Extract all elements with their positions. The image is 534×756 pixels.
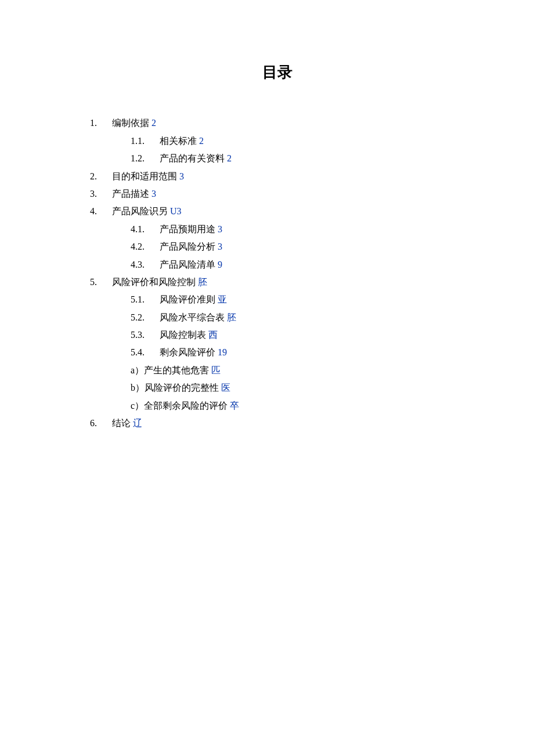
toc-page-link[interactable]: 亚 xyxy=(218,294,227,304)
toc-item-title: 产品预期用途3 xyxy=(160,221,222,238)
toc-level2-item: 4.1.产品预期用途3 xyxy=(90,221,464,238)
toc-item-title: 产品风险识另U3 xyxy=(112,203,182,220)
toc-title-text: 风险评价和风险控制 xyxy=(112,277,196,287)
toc-page-link[interactable]: 3 xyxy=(218,242,222,251)
toc-item-title: 产品风险分析3 xyxy=(160,238,222,255)
toc-item-title: 风险评价和风险控制胚 xyxy=(112,273,207,291)
toc-item-title: 结论辽 xyxy=(112,415,142,432)
toc-level2-item: 5.3.风险控制表西 xyxy=(90,326,464,344)
toc-item-title: 目的和适用范围3 xyxy=(112,168,184,185)
toc-title-text: 产品预期用途 xyxy=(160,224,215,234)
toc-item-title: 相关标准2 xyxy=(160,132,204,150)
toc-level2-item: 5.2.风险水平综合表胚 xyxy=(90,309,464,326)
toc-page-link[interactable]: 匹 xyxy=(211,365,221,375)
toc-title-text: 产品风险分析 xyxy=(160,242,215,251)
toc-page-link[interactable]: 2 xyxy=(199,136,204,146)
toc-title-text: 全部剩余风险的评价 xyxy=(144,401,228,411)
toc-item-number: 5.3. xyxy=(131,326,160,344)
toc-item-number: 5.2. xyxy=(131,309,160,326)
toc-level2-item: 5.1.风险评价准则亚 xyxy=(90,291,464,308)
toc-alpha-marker: b） xyxy=(131,383,145,393)
toc-page-link[interactable]: 2 xyxy=(227,153,232,163)
toc-item-number: 5. xyxy=(90,273,112,291)
toc-level2-item: 4.3.产品风险清单9 xyxy=(90,256,464,273)
toc-title: 目录 xyxy=(90,58,464,87)
toc-page-link[interactable]: 3 xyxy=(179,171,184,181)
toc-page-link[interactable]: 19 xyxy=(218,347,227,357)
toc-level1-item: 1.编制依据2 xyxy=(90,114,464,132)
toc-item-number: 3. xyxy=(90,185,112,203)
toc-page-link[interactable]: 西 xyxy=(208,330,218,340)
toc-title-text: 产生的其他危害 xyxy=(144,365,209,375)
toc-title-text: 结论 xyxy=(112,418,131,428)
toc-item-title: b）风险评价的完整性医 xyxy=(131,379,230,397)
toc-item-title: 风险水平综合表胚 xyxy=(160,309,236,326)
toc-level1-item: 4.产品风险识另U3 xyxy=(90,203,464,220)
toc-item-number: 5.1. xyxy=(131,291,160,308)
toc-item-title: 编制依据2 xyxy=(112,114,156,132)
toc-item-title: 产品的有关资料2 xyxy=(160,150,232,167)
toc-level1-item: 3.产品描述3 xyxy=(90,185,464,203)
toc-title-text: 风险评价准则 xyxy=(160,294,215,304)
toc-title-text: 风险评价的完整性 xyxy=(145,383,219,393)
toc-alpha-marker: a） xyxy=(131,365,144,375)
toc-item-number: 4. xyxy=(90,203,112,220)
toc-title-text: 编制依据 xyxy=(112,118,149,128)
toc-page-link[interactable]: 胚 xyxy=(198,277,207,287)
toc-page-link[interactable]: 3 xyxy=(151,189,156,199)
toc-item-title: a）产生的其他危害匹 xyxy=(131,362,221,379)
toc-page-link[interactable]: U3 xyxy=(170,206,182,216)
table-of-contents: 1.编制依据21.1.相关标准21.2.产品的有关资料22.目的和适用范围33.… xyxy=(90,114,464,432)
toc-title-text: 产品风险识另 xyxy=(112,206,168,216)
document-page: 目录 1.编制依据21.1.相关标准21.2.产品的有关资料22.目的和适用范围… xyxy=(0,0,534,432)
toc-item-title: 风险控制表西 xyxy=(160,326,218,344)
toc-item-title: 剩余风险评价19 xyxy=(160,344,227,361)
toc-page-link[interactable]: 卒 xyxy=(230,401,239,411)
toc-level1-item: 2.目的和适用范围3 xyxy=(90,168,464,185)
toc-level2-alpha-item: a）产生的其他危害匹 xyxy=(90,362,464,379)
toc-page-link[interactable]: 辽 xyxy=(133,418,142,428)
toc-item-number: 1.2. xyxy=(131,150,160,167)
toc-item-title: 风险评价准则亚 xyxy=(160,291,227,308)
toc-title-text: 产品描述 xyxy=(112,189,149,199)
toc-title-text: 风险水平综合表 xyxy=(160,312,225,322)
toc-item-number: 1.1. xyxy=(131,132,160,150)
toc-level2-item: 1.2.产品的有关资料2 xyxy=(90,150,464,167)
toc-item-number: 4.1. xyxy=(131,221,160,238)
toc-page-link[interactable]: 医 xyxy=(221,383,230,393)
toc-item-number: 1. xyxy=(90,114,112,132)
toc-page-link[interactable]: 胚 xyxy=(227,312,236,322)
toc-item-number: 6. xyxy=(90,415,112,432)
toc-item-title: c）全部剩余风险的评价卒 xyxy=(131,397,239,415)
toc-title-text: 产品风险清单 xyxy=(160,260,215,269)
toc-level2-alpha-item: c）全部剩余风险的评价卒 xyxy=(90,397,464,415)
toc-item-number: 4.3. xyxy=(131,256,160,273)
toc-level2-alpha-item: b）风险评价的完整性医 xyxy=(90,379,464,397)
toc-item-title: 产品描述3 xyxy=(112,185,156,203)
toc-page-link[interactable]: 3 xyxy=(218,224,222,234)
toc-page-link[interactable]: 9 xyxy=(218,260,222,269)
toc-alpha-marker: c） xyxy=(131,401,144,411)
toc-title-text: 剩余风险评价 xyxy=(160,347,215,357)
toc-item-title: 产品风险清单9 xyxy=(160,256,222,273)
toc-title-text: 产品的有关资料 xyxy=(160,153,225,163)
toc-level2-item: 5.4.剩余风险评价19 xyxy=(90,344,464,361)
toc-title-text: 相关标准 xyxy=(160,136,197,146)
toc-level2-item: 1.1.相关标准2 xyxy=(90,132,464,150)
toc-item-number: 2. xyxy=(90,168,112,185)
toc-level1-item: 5.风险评价和风险控制胚 xyxy=(90,273,464,291)
toc-level2-item: 4.2.产品风险分析3 xyxy=(90,238,464,255)
toc-item-number: 4.2. xyxy=(131,238,160,255)
toc-level1-item: 6.结论辽 xyxy=(90,415,464,432)
toc-title-text: 目的和适用范围 xyxy=(112,171,177,181)
toc-page-link[interactable]: 2 xyxy=(151,118,156,128)
toc-item-number: 5.4. xyxy=(131,344,160,361)
toc-title-text: 风险控制表 xyxy=(160,330,206,340)
